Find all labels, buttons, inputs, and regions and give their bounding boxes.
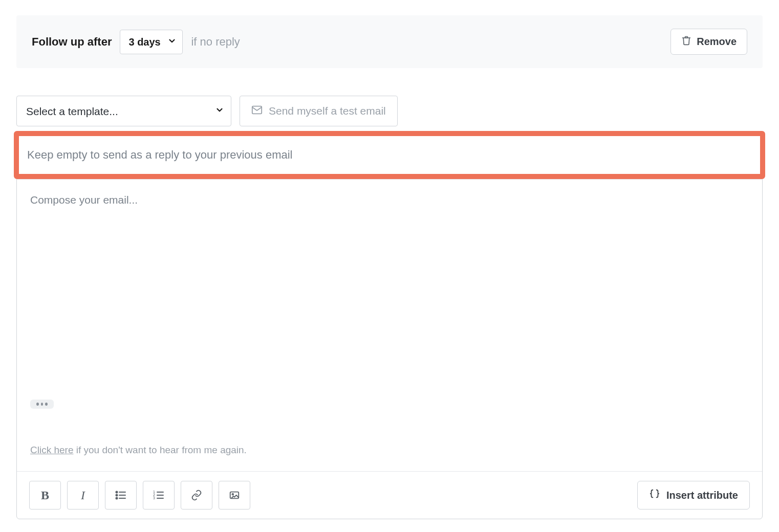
envelope-icon [251, 104, 263, 118]
svg-point-14 [232, 494, 233, 495]
bold-icon: B [41, 489, 49, 502]
italic-button[interactable]: I [67, 481, 99, 509]
template-select[interactable]: Select a template... [16, 96, 231, 126]
followup-days-select[interactable]: 3 days [120, 30, 183, 54]
send-test-email-button[interactable]: Send myself a test email [240, 96, 398, 126]
italic-icon: I [81, 489, 85, 502]
svg-point-3 [116, 495, 118, 496]
unsubscribe-suffix: if you don't want to hear from me again. [73, 445, 246, 455]
subject-input[interactable] [27, 148, 752, 162]
braces-icon [649, 489, 660, 502]
image-button[interactable] [219, 481, 250, 509]
numbered-list-button[interactable]: 123 [143, 481, 175, 509]
body-spacer [30, 206, 749, 394]
svg-point-1 [116, 492, 118, 493]
link-button[interactable] [181, 481, 212, 509]
followup-days-wrap: 3 days [120, 30, 183, 54]
followup-header-left: Follow up after 3 days if no reply [32, 30, 240, 54]
insert-attribute-button[interactable]: Insert attribute [637, 481, 750, 509]
unsubscribe-line: Click here if you don't want to hear fro… [30, 445, 749, 456]
body-area[interactable]: Compose your email... Click here if you … [17, 180, 762, 466]
trash-icon [681, 35, 691, 48]
ellipsis-icon[interactable] [30, 400, 54, 409]
unsubscribe-link[interactable]: Click here [30, 445, 73, 455]
subject-highlight-box [14, 131, 765, 179]
remove-button-label: Remove [697, 36, 737, 48]
followup-header: Follow up after 3 days if no reply Remov… [16, 15, 763, 68]
send-test-email-label: Send myself a test email [269, 105, 386, 117]
svg-text:3: 3 [153, 496, 155, 500]
toolbar-left: B I 123 [29, 481, 250, 509]
template-row: Select a template... Send myself a test … [16, 96, 763, 126]
insert-attribute-label: Insert attribute [666, 490, 738, 501]
link-icon [191, 490, 202, 501]
editor-toolbar: B I 123 [17, 471, 762, 519]
remove-button[interactable]: Remove [670, 29, 747, 55]
image-icon [229, 490, 240, 501]
followup-label: Follow up after [32, 35, 112, 49]
email-editor: Compose your email... Click here if you … [16, 134, 763, 519]
template-select-wrap: Select a template... [16, 96, 231, 126]
body-placeholder-text: Compose your email... [30, 194, 749, 206]
numbered-list-icon: 123 [153, 489, 165, 501]
bullet-list-icon [115, 489, 127, 501]
followup-suffix: if no reply [191, 35, 240, 49]
bullet-list-button[interactable] [105, 481, 137, 509]
svg-point-5 [116, 498, 118, 499]
bold-button[interactable]: B [29, 481, 61, 509]
